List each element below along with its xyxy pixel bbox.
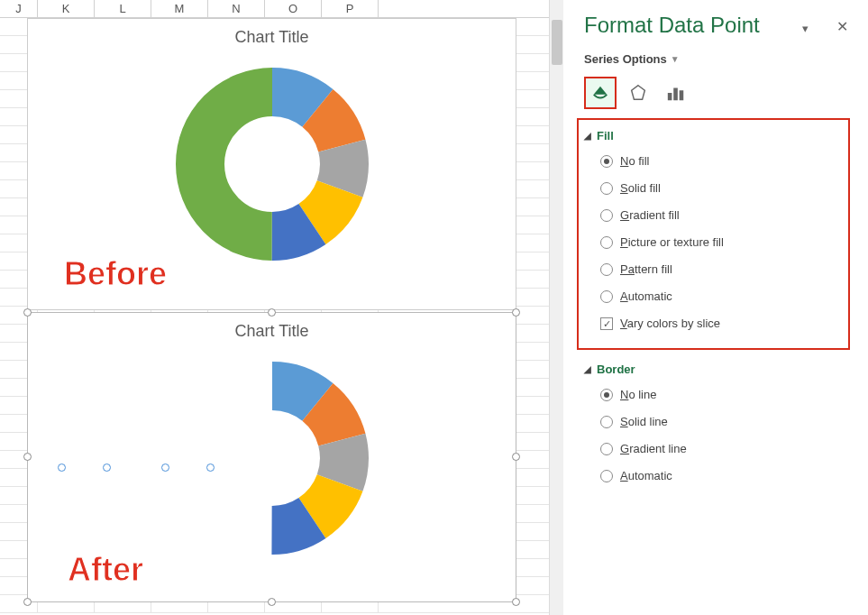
series-options-dropdown[interactable]: Series Options ▼ <box>584 52 850 66</box>
fill-section-header[interactable]: ◢ Fill <box>584 125 839 148</box>
vertical-scrollbar[interactable] <box>549 0 563 615</box>
col-header[interactable]: J <box>0 0 38 17</box>
effects-tab[interactable] <box>622 77 654 109</box>
svg-marker-11 <box>632 86 645 100</box>
border-section-header[interactable]: ◢ Border <box>584 359 850 381</box>
col-header[interactable]: N <box>208 0 265 17</box>
border-section: ◢ Border No line Solid line Gradient lin… <box>584 359 850 490</box>
donut-after <box>28 341 516 557</box>
fill-solid[interactable]: Solid fill <box>584 175 839 202</box>
col-header[interactable]: P <box>322 0 379 17</box>
chevron-down-icon: ▼ <box>671 54 680 64</box>
svg-rect-14 <box>680 90 684 100</box>
sheet-area: J K L M N O P for(let i=0;i<33;i++)docum… <box>0 0 550 615</box>
col-header[interactable]: K <box>38 0 95 17</box>
column-headers: J K L M N O P <box>0 0 549 18</box>
col-header[interactable]: L <box>95 0 151 17</box>
col-header[interactable]: O <box>265 0 322 17</box>
label-before: Before <box>64 255 167 293</box>
radio-icon <box>600 209 613 222</box>
col-header[interactable]: M <box>151 0 208 17</box>
svg-rect-12 <box>668 93 672 100</box>
donut-before <box>28 47 516 281</box>
fill-vary-colors[interactable]: Vary colors by slice <box>584 310 839 337</box>
chart-title: Chart Title <box>28 28 516 47</box>
label-after: After <box>68 551 143 589</box>
chart-title: Chart Title <box>28 322 516 341</box>
radio-icon <box>600 443 613 455</box>
border-gradient-line[interactable]: Gradient line <box>584 436 850 463</box>
fill-pattern[interactable]: Pattern fill <box>584 256 839 283</box>
border-solid-line[interactable]: Solid line <box>584 408 850 436</box>
radio-icon <box>600 182 613 195</box>
fill-gradient[interactable]: Gradient fill <box>584 202 839 229</box>
radio-icon <box>600 290 613 303</box>
pane-title: Format Data Point <box>584 13 850 38</box>
border-automatic[interactable]: Automatic <box>584 463 850 490</box>
radio-icon <box>600 389 613 401</box>
pane-menu-icon[interactable]: ▾ <box>802 22 809 35</box>
fill-section-highlight: ◢ Fill No fill Solid fill Gradient fill <box>577 118 850 350</box>
border-no-line[interactable]: No line <box>584 381 850 408</box>
radio-icon <box>600 263 613 276</box>
fill-automatic[interactable]: Automatic <box>584 283 839 310</box>
fill-picture[interactable]: Picture or texture fill <box>584 229 839 256</box>
radio-icon <box>600 470 613 482</box>
close-icon[interactable]: ✕ <box>836 18 848 35</box>
chart-after[interactable]: Chart Title After <box>27 312 516 602</box>
scroll-thumb[interactable] <box>552 20 562 65</box>
radio-icon <box>600 236 613 249</box>
radio-icon <box>600 416 613 428</box>
checkbox-icon <box>600 317 613 330</box>
pane-tabs <box>584 77 850 109</box>
fill-line-tab[interactable] <box>584 77 617 109</box>
series-options-tab[interactable] <box>660 77 692 109</box>
radio-icon <box>600 155 613 168</box>
workspace: J K L M N O P for(let i=0;i<33;i++)docum… <box>0 0 868 615</box>
fill-no-fill[interactable]: No fill <box>584 148 839 175</box>
svg-rect-13 <box>673 88 678 101</box>
format-data-point-pane: ▾ ✕ Format Data Point Series Options ▼ ◢… <box>564 0 868 615</box>
chart-before[interactable]: Chart Title Before <box>27 18 516 310</box>
